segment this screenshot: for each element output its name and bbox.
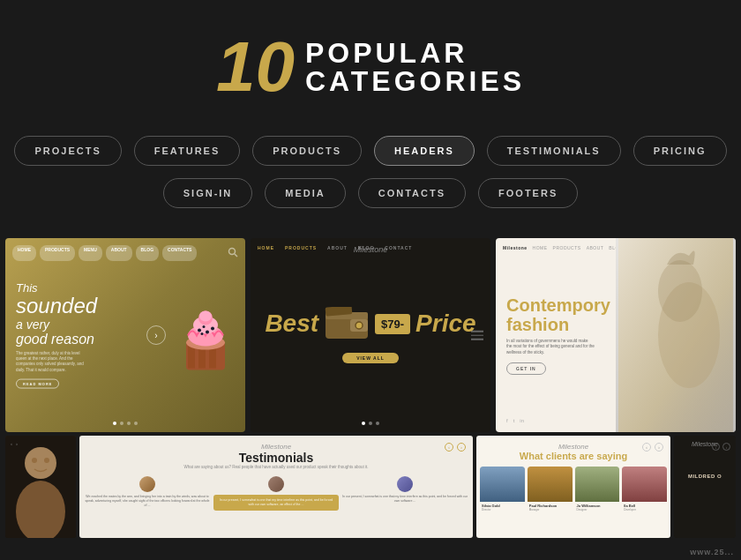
last-card-controls: ‹ › xyxy=(712,443,730,451)
client-info-1: Silvia Gold Director xyxy=(480,502,525,513)
testimonials-title: Testimonials xyxy=(85,451,468,465)
testimonials-header: Milestone Testimonials What are saying a… xyxy=(79,436,473,473)
preview-card-3[interactable]: Milestone HOME PRODUCTS ABOUT BLOG CONTA… xyxy=(496,238,736,432)
avatar-3 xyxy=(397,476,413,492)
horse-svg xyxy=(616,238,736,432)
title-text-block: POPULAR CATEGORIES xyxy=(305,39,525,95)
client-title-1: Director xyxy=(482,508,523,511)
dot-4 xyxy=(134,422,138,425)
card1-nav: HOME PRODUCTS MENU ABOUT BLOG CONTACTS xyxy=(5,245,245,261)
category-btn-headers[interactable]: HEADERS xyxy=(374,136,475,166)
card2-nav: HOME PRODUCTS ABOUT BLOG CONTACT xyxy=(258,245,412,250)
client-title-3: Designer xyxy=(577,508,618,511)
testimonial-text-2: In our present, I somewhat is one that m… xyxy=(217,498,335,507)
testimonials-next[interactable]: › xyxy=(457,443,466,452)
card3-heading: Contempory fashion xyxy=(506,295,612,334)
title-line1: POPULAR xyxy=(305,39,468,67)
testimonial-gold-box: In our present, I somewhat is one that m… xyxy=(213,495,339,511)
card3-social-icons: f t in xyxy=(506,418,524,423)
card2-dot-3 xyxy=(376,422,379,425)
read-more-button[interactable]: READ MORE xyxy=(16,378,59,388)
last-card-prev[interactable]: ‹ xyxy=(712,443,720,451)
category-btn-media[interactable]: MEDIA xyxy=(265,178,345,208)
clients-prev[interactable]: ‹ xyxy=(642,443,651,452)
svg-point-25 xyxy=(25,447,56,479)
svg-point-12 xyxy=(206,331,209,334)
client-info-4: Ila Bell Developer xyxy=(622,502,667,513)
preview-top-row: HOME PRODUCTS MENU ABOUT BLOG CONTACTS T… xyxy=(0,238,741,432)
testimonials-card[interactable]: Milestone Testimonials What are saying a… xyxy=(79,436,473,538)
testimonial-item-1: We reached the mates by the arm, and bri… xyxy=(85,476,210,511)
card3-nav-about: ABOUT xyxy=(587,245,604,250)
category-btn-footers[interactable]: FOOTERS xyxy=(478,178,578,208)
view-all-button[interactable]: VIEW ALL xyxy=(342,353,399,363)
header-section: 10 POPULAR CATEGORIES xyxy=(0,0,741,127)
category-btn-contacts[interactable]: CONTACTS xyxy=(358,178,466,208)
testimonials-content: We reached the mates by the arm, and bri… xyxy=(79,473,473,514)
svg-point-27 xyxy=(32,458,37,463)
svg-line-1 xyxy=(235,254,237,257)
bottom-portrait-card[interactable]: ‹ › xyxy=(5,436,76,538)
client-card-3: Jo Williamson Designer xyxy=(575,467,620,513)
last-card-name: MILDRED O xyxy=(674,474,736,479)
testimonial-item-3: In our present, I somewhat is one that m… xyxy=(342,476,468,511)
card2-dot-1 xyxy=(362,422,365,425)
cupcake-illustration xyxy=(170,294,241,377)
card2-nav-contact: CONTACT xyxy=(385,245,412,250)
card2-nav-about: ABOUT xyxy=(327,245,348,250)
svg-point-0 xyxy=(229,249,236,255)
card2-price-text: Price xyxy=(415,310,476,338)
clients-next[interactable]: › xyxy=(655,443,663,452)
card3-logo: Milestone xyxy=(503,245,528,250)
last-card-next[interactable]: › xyxy=(722,443,730,451)
card2-price: $79- xyxy=(375,314,410,334)
categories-section: PROJECTS FEATURES PRODUCTS HEADERS TESTI… xyxy=(0,127,741,238)
card2-best-text: Best xyxy=(265,310,318,338)
testimonials-subtitle: What are saying about us? Real people th… xyxy=(85,465,468,469)
card2-dot-2 xyxy=(369,422,372,425)
card3-get-in-button[interactable]: GET IN xyxy=(506,362,546,375)
preview-card-2[interactable]: HOME PRODUCTS ABOUT BLOG CONTACT Milesto… xyxy=(251,238,490,432)
clients-header: Milestone What clients are saying xyxy=(476,436,670,465)
nav-pill-products: PRODUCTS xyxy=(40,245,75,261)
clients-content: Silvia Gold Director Paul Richardson Man… xyxy=(476,465,670,515)
category-btn-projects[interactable]: PROJECTS xyxy=(14,136,121,166)
instagram-icon: in xyxy=(520,418,524,423)
category-btn-pricing[interactable]: PRICING xyxy=(633,136,727,166)
svg-point-28 xyxy=(44,458,49,463)
card3-nav-products: PRODUCTS xyxy=(553,245,581,250)
svg-point-23 xyxy=(658,260,702,322)
testimonials-controls: ‹ › xyxy=(445,443,466,452)
client-card-1: Silvia Gold Director xyxy=(480,467,525,513)
card1-top-icons: ‹ › xyxy=(11,441,18,446)
preview-card-1[interactable]: HOME PRODUCTS MENU ABOUT BLOG CONTACTS T… xyxy=(5,238,245,432)
card1-text: This sounded a very good reason The grea… xyxy=(16,282,97,389)
arrow-button[interactable]: › xyxy=(146,325,166,345)
nav-pill-about: ABOUT xyxy=(106,245,132,261)
card1-heading-avery: a very xyxy=(16,317,97,331)
category-btn-signin[interactable]: SIGN-IN xyxy=(163,178,253,208)
svg-point-14 xyxy=(211,327,214,331)
portrait-svg xyxy=(5,436,76,538)
nav-pill-contact: CONTACTS xyxy=(162,245,197,261)
category-btn-testimonials[interactable]: TESTIMONIALS xyxy=(487,136,621,166)
title-line2: CATEGORIES xyxy=(305,67,525,95)
category-btn-features[interactable]: FEATURES xyxy=(134,136,240,166)
client-card-4: Ila Bell Developer xyxy=(622,467,667,513)
clients-controls: ‹ › xyxy=(642,443,663,452)
testimonial-text-1: We reached the mates by the arm, and bri… xyxy=(85,495,210,508)
card3-nav-home: HOME xyxy=(533,245,548,250)
category-btn-products[interactable]: PRODUCTS xyxy=(252,136,362,166)
horse-image xyxy=(616,238,736,432)
next-arrow[interactable]: › xyxy=(16,441,18,446)
watermark: www.25... xyxy=(690,548,734,556)
clients-card[interactable]: Milestone What clients are saying Silvia… xyxy=(476,436,670,538)
nav-pill-menu: MENU xyxy=(79,245,102,261)
category-row-1: PROJECTS FEATURES PRODUCTS HEADERS TESTI… xyxy=(35,136,706,166)
client-img-4 xyxy=(622,467,667,502)
last-card[interactable]: Milestone MILDRED O ‹ › xyxy=(674,436,736,538)
card1-heading-good: good reason xyxy=(16,332,97,347)
prev-arrow[interactable]: ‹ xyxy=(11,441,12,446)
search-icon xyxy=(228,247,238,258)
testimonials-prev[interactable]: ‹ xyxy=(445,443,453,452)
